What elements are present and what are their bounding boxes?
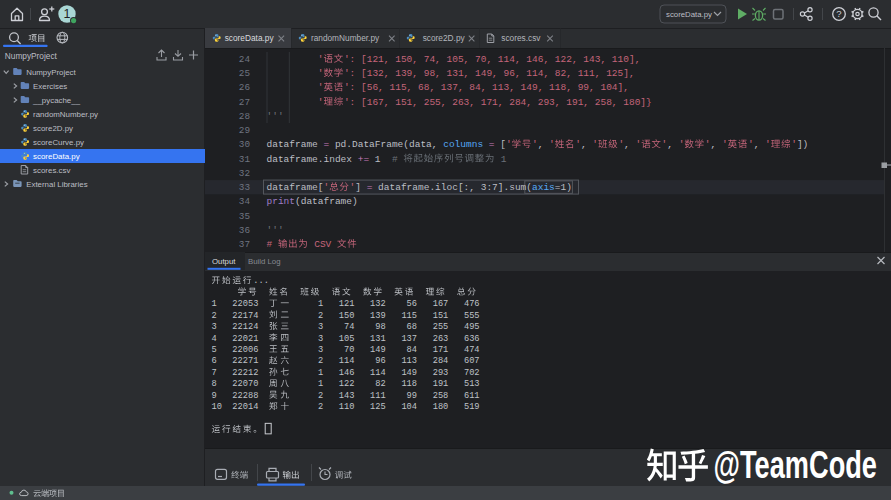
- svg-text:': ': [592, 139, 598, 150]
- svg-text:24: 24: [239, 54, 251, 65]
- svg-text:NumpyProject: NumpyProject: [26, 68, 76, 77]
- svg-text:27: 27: [239, 97, 250, 108]
- svg-text:scoreData.py: scoreData.py: [33, 152, 80, 161]
- svg-text:scores.csv: scores.csv: [501, 33, 541, 43]
- svg-text:1: 1: [64, 7, 71, 21]
- svg-text:4 22021: 4 22021: [212, 334, 269, 344]
- svg-text:25: 25: [239, 68, 250, 79]
- svg-text:1: 1: [369, 154, 392, 165]
- svg-text:1 122 82 118 191 51: 1 122 82 118 191 513: [292, 379, 480, 389]
- svg-text:(dataframe): (dataframe): [295, 196, 358, 207]
- svg-text:CSV: CSV: [309, 239, 338, 250]
- svg-text:[: [: [495, 139, 506, 150]
- svg-text:8 22070: 8 22070: [212, 379, 269, 389]
- svg-text:': ': [324, 182, 330, 193]
- svg-text:2 150 139 115 151 55: 2 150 139 115 151 555: [292, 311, 480, 321]
- svg-text:': [167, 151, 255, 263, 171, 2: ': [167, 151, 255, 263, 171, 284, 293, 1…: [344, 97, 652, 108]
- svg-text:...: ...: [253, 276, 269, 286]
- svg-text:2 114 96 113 284 60: 2 114 96 113 284 607: [292, 356, 480, 366]
- svg-text:scoreData.py: scoreData.py: [225, 33, 275, 43]
- svg-text:,: ,: [538, 139, 549, 150]
- svg-text:9 22288: 9 22288: [212, 391, 269, 401]
- svg-text:axis: axis: [532, 182, 555, 193]
- svg-text:NumpyProject: NumpyProject: [5, 51, 58, 61]
- svg-text:30: 30: [239, 139, 250, 150]
- svg-text:1: 1: [495, 154, 507, 165]
- svg-text:33: 33: [239, 182, 250, 193]
- svg-text:scoreCurve.py: scoreCurve.py: [33, 138, 84, 147]
- svg-text:28: 28: [239, 111, 250, 122]
- svg-text:score2D.py: score2D.py: [423, 33, 466, 43]
- svg-text:,: ,: [581, 139, 592, 150]
- svg-text:': ': [722, 139, 728, 150]
- svg-text:6 22271: 6 22271: [212, 356, 269, 366]
- svg-text:randomNumber.py: randomNumber.py: [311, 33, 380, 43]
- svg-text:': ': [506, 139, 512, 150]
- svg-text:3 22124: 3 22124: [212, 322, 269, 332]
- svg-text:': ': [549, 139, 555, 150]
- svg-text:pd.DataFrame(data,: pd.DataFrame(data,: [329, 139, 443, 150]
- svg-text:2 143 111 99 258 61: 2 143 111 99 258 611: [292, 391, 480, 401]
- svg-text:32: 32: [239, 168, 250, 179]
- svg-text:,: ,: [667, 139, 678, 150]
- svg-text:#: #: [392, 154, 403, 165]
- svg-text:1 121 132 56 167 47: 1 121 132 56 167 476: [292, 299, 480, 309]
- svg-text:''': ''': [267, 225, 284, 236]
- svg-text:2 110 125 104 180 51: 2 110 125 104 180 519: [292, 402, 480, 412]
- svg-text:]): ]): [797, 139, 808, 150]
- svg-text:Build Log: Build Log: [248, 257, 281, 266]
- svg-text:randomNumber.py: randomNumber.py: [33, 110, 98, 119]
- svg-text:10 22014: 10 22014: [212, 402, 269, 412]
- svg-text:1 146 114 149 293 70: 1 146 114 149 293 702: [292, 368, 480, 378]
- svg-text:3 105 131 137 263 63: 3 105 131 137 263 636: [292, 334, 480, 344]
- svg-text:35: 35: [239, 211, 250, 222]
- svg-text:?: ?: [836, 8, 841, 19]
- svg-text:': ': [636, 139, 642, 150]
- svg-text:score2D.py: score2D.py: [33, 124, 73, 133]
- svg-text:3 70 149 84 171 47: 3 70 149 84 171 474: [292, 345, 480, 355]
- svg-text:': [121, 150, 74, 105, 70, 114: ': [121, 150, 74, 105, 70, 114, 146, 122…: [344, 54, 640, 65]
- svg-text:': ': [267, 68, 324, 79]
- svg-text:7 22212: 7 22212: [212, 368, 269, 378]
- svg-text:': ': [267, 97, 324, 108]
- svg-text:37: 37: [239, 239, 250, 250]
- svg-text:columns: columns: [443, 139, 483, 150]
- svg-text:': ': [765, 139, 771, 150]
- svg-text:31: 31: [239, 154, 251, 165]
- svg-text:External Libraries: External Libraries: [26, 180, 87, 189]
- svg-text:': ': [267, 54, 324, 65]
- svg-text:5 22006: 5 22006: [212, 345, 269, 355]
- svg-text:,: ,: [624, 139, 635, 150]
- svg-text:print: print: [267, 196, 296, 207]
- svg-text:': ': [679, 139, 685, 150]
- svg-text:=1): =1): [555, 182, 572, 193]
- svg-text:,: ,: [754, 139, 765, 150]
- svg-text:dataframe.index: dataframe.index: [267, 154, 358, 165]
- svg-text:Output: Output: [212, 257, 236, 266]
- svg-text:': ': [267, 82, 324, 93]
- svg-text:Exercises: Exercises: [33, 82, 67, 91]
- svg-text:dataframe[: dataframe[: [267, 182, 324, 193]
- svg-text:+=: +=: [358, 154, 370, 165]
- svg-text:1 22053: 1 22053: [212, 299, 269, 309]
- svg-text:__pycache__: __pycache__: [32, 96, 81, 105]
- svg-text:36: 36: [239, 225, 250, 236]
- svg-text:': [132, 139, 98, 131, 149, 96: ': [132, 139, 98, 131, 149, 96, 114, 82,…: [344, 68, 635, 79]
- svg-text:dataframe.iloc[:, 3:7].sum(: dataframe.iloc[:, 3:7].sum(: [372, 182, 532, 193]
- svg-text:': [56, 115, 68, 137, 84, 113,: ': [56, 115, 68, 137, 84, 113, 149, 118,…: [344, 82, 629, 93]
- svg-text:scores.csv: scores.csv: [33, 166, 70, 175]
- svg-text:34: 34: [239, 196, 251, 207]
- svg-text:2 22174: 2 22174: [212, 311, 269, 321]
- svg-text:29: 29: [239, 125, 250, 136]
- svg-text:scoreData.py: scoreData.py: [666, 10, 712, 19]
- svg-text:3 74 98 68 255 49: 3 74 98 68 255 495: [292, 322, 480, 332]
- svg-text:''': ''': [267, 111, 284, 122]
- svg-text:dataframe: dataframe: [267, 139, 324, 150]
- svg-text:]: ]: [355, 182, 366, 193]
- svg-text:@TeamCode: @TeamCode: [714, 443, 878, 486]
- svg-text:26: 26: [239, 82, 250, 93]
- svg-text:,: ,: [711, 139, 722, 150]
- svg-text:#: #: [267, 239, 278, 250]
